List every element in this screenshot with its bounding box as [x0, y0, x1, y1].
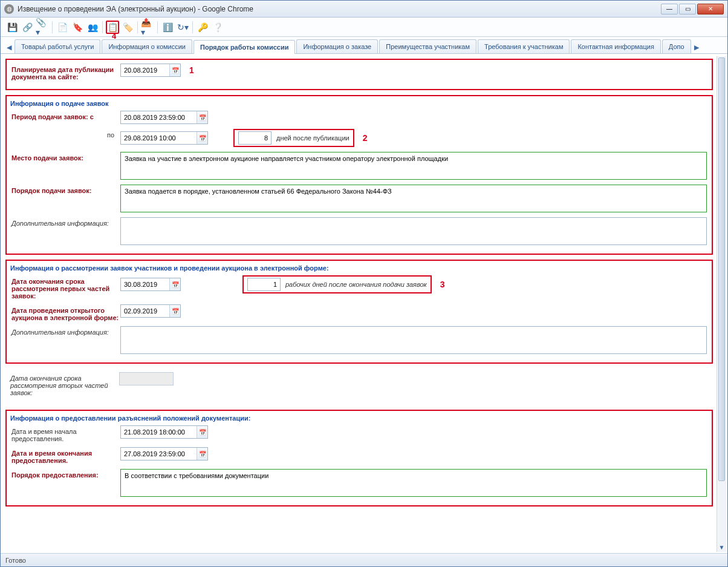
calendar-icon[interactable]: 📅 [197, 111, 207, 123]
order-textarea[interactable] [120, 185, 707, 212]
pub-date-field[interactable] [121, 64, 169, 76]
badge-icon[interactable]: 🏷️ [121, 21, 134, 34]
app-window: ◍ Извещение о проведении ЭА (электронный… [0, 0, 728, 567]
toolbar: 💾 🔗 📎▾ 📄 🔖 👥 📋4 🏷️ 📤▾ ℹ️ ↻▾ 🔑 ❔ [1, 18, 727, 37]
review-title: Информация о рассмотрении заявок участни… [10, 264, 707, 272]
tabs-scroll-left[interactable]: ◀ [4, 41, 14, 53]
separator [192, 21, 193, 33]
tabs-scroll-right[interactable]: ▶ [692, 41, 701, 53]
section-review: Информация о рассмотрении заявок участни… [5, 260, 713, 364]
separator [52, 21, 53, 33]
end-second-label: Дата окончания срока рассмотрения вторых… [10, 372, 119, 396]
pub-date-input[interactable]: 📅 [120, 64, 181, 77]
calendar-icon[interactable]: 📅 [197, 426, 207, 438]
browser-icon: ◍ [4, 4, 14, 14]
key-icon[interactable]: 🔑 [196, 21, 209, 34]
place-textarea[interactable] [120, 152, 707, 180]
bookmark-icon[interactable]: 🔖 [71, 21, 84, 34]
open-auc-input[interactable]: 📅 [120, 304, 181, 318]
maximize-button[interactable]: ▭ [679, 4, 696, 15]
period-from-field[interactable] [121, 111, 197, 123]
calendar-icon[interactable]: 📅 [169, 278, 180, 290]
days-highlight: дней после публикации [233, 129, 354, 147]
separator [137, 21, 138, 33]
tab-advantages[interactable]: Преимущества участникам [379, 39, 476, 53]
users-icon[interactable]: 👥 [86, 21, 99, 34]
section-clarifications: Информация о предоставлении разъяснений … [5, 410, 713, 506]
clar-order-textarea[interactable] [120, 469, 707, 497]
status-text: Готово [5, 557, 26, 564]
window-title: Извещение о проведении ЭА (электронный а… [18, 5, 661, 13]
period-to-field[interactable] [121, 132, 197, 144]
separator [157, 21, 158, 33]
period-from-input[interactable]: 📅 [120, 111, 208, 124]
open-auc-label: Дата проведения открытого аукциона в эле… [11, 304, 120, 321]
annotation-3: 3 [440, 280, 445, 289]
pub-date-label: Планируемая дата публикации документа на… [11, 64, 120, 80]
content-area: Планируемая дата публикации документа на… [2, 56, 717, 552]
status-bar: Готово [1, 553, 727, 566]
submission-title: Информация о подаче заявок [10, 100, 707, 107]
close-button[interactable]: ✕ [697, 4, 724, 15]
tab-order-info[interactable]: Информация о заказе [296, 39, 378, 53]
document-icon[interactable]: 📄 [56, 21, 69, 34]
section-submission: Информация о подаче заявок Период подачи… [5, 95, 713, 255]
annotation-2: 2 [363, 133, 368, 143]
clar-end-field[interactable] [121, 448, 197, 460]
days-input[interactable] [238, 131, 271, 145]
clar-order-label: Порядок предоставления: [11, 469, 120, 479]
end-first-label: Дата окончания срока рассмотрения первых… [11, 275, 120, 300]
refresh-icon[interactable]: ↻▾ [176, 21, 189, 34]
link-icon[interactable]: 🔗 [21, 21, 34, 34]
clar-start-field[interactable] [121, 426, 197, 438]
clarifications-title: Информация о предоставлении разъяснений … [10, 415, 707, 422]
calc-icon[interactable]: 📋4 [106, 21, 119, 34]
attach-icon[interactable]: 📎▾ [36, 21, 49, 34]
calendar-icon[interactable]: 📅 [197, 132, 207, 144]
end-first-input[interactable]: 📅 [120, 278, 181, 291]
place-label: Место подачи заявок: [11, 152, 120, 162]
annotation-1: 1 [189, 65, 194, 75]
scroll-down-arrow[interactable]: ▼ [717, 542, 726, 552]
calendar-icon[interactable]: 📅 [169, 64, 180, 76]
open-auc-field[interactable] [121, 305, 169, 317]
window-controls: — ▭ ✕ [661, 4, 724, 15]
export-icon[interactable]: 📤▾ [141, 21, 154, 34]
clar-end-input[interactable]: 📅 [120, 447, 208, 460]
help-icon[interactable]: ❔ [211, 21, 224, 34]
calendar-icon[interactable]: 📅 [169, 305, 180, 317]
period-from-label: Период подачи заявок: с [11, 111, 120, 120]
workdays-after-label: рабочих дней после окончания подачи заяв… [285, 281, 427, 288]
separator [102, 21, 103, 33]
clar-end-label: Дата и время окончания предоставления. [11, 447, 120, 464]
period-to-input[interactable]: 📅 [120, 131, 208, 145]
period-to-label: по [11, 129, 120, 139]
minimize-button[interactable]: — [661, 4, 678, 15]
end-second-readonly [119, 372, 174, 385]
workdays-input[interactable] [247, 278, 281, 291]
workdays-highlight: рабочих дней после окончания подачи заяв… [242, 275, 432, 293]
tab-commission-order[interactable]: Порядок работы комиссии [193, 40, 295, 54]
save-icon[interactable]: 💾 [5, 21, 19, 34]
vertical-scrollbar[interactable]: ▲ ▼ [717, 56, 726, 552]
tab-more[interactable]: Допо [662, 39, 691, 53]
review-extra-textarea[interactable] [120, 326, 707, 354]
days-after-label: дней после публикации [276, 134, 349, 142]
clar-start-label: Дата и время начала предоставления. [11, 425, 120, 442]
review-extra-label: Дополнительная информация: [11, 326, 120, 336]
clar-start-input[interactable]: 📅 [120, 425, 208, 439]
tab-contact[interactable]: Контактная информация [571, 39, 660, 53]
titlebar: ◍ Извещение о проведении ЭА (электронный… [1, 1, 727, 18]
tab-commission-info[interactable]: Информация о комиссии [102, 39, 192, 53]
tab-bar: ◀ Товары\ работы\ услуги Информация о ко… [1, 37, 727, 54]
tab-goods[interactable]: Товары\ работы\ услуги [15, 39, 100, 53]
scroll-thumb[interactable] [718, 57, 725, 481]
end-first-field[interactable] [121, 278, 169, 290]
section-second-parts: Дата окончания срока рассмотрения вторых… [5, 369, 713, 405]
info-icon[interactable]: ℹ️ [161, 21, 174, 34]
calendar-icon[interactable]: 📅 [197, 448, 207, 460]
section-publication: Планируемая дата публикации документа на… [5, 59, 713, 90]
extra-info-label: Дополнительная информация: [11, 217, 120, 227]
extra-info-textarea[interactable] [120, 217, 707, 245]
tab-requirements[interactable]: Требования к участникам [478, 39, 570, 53]
